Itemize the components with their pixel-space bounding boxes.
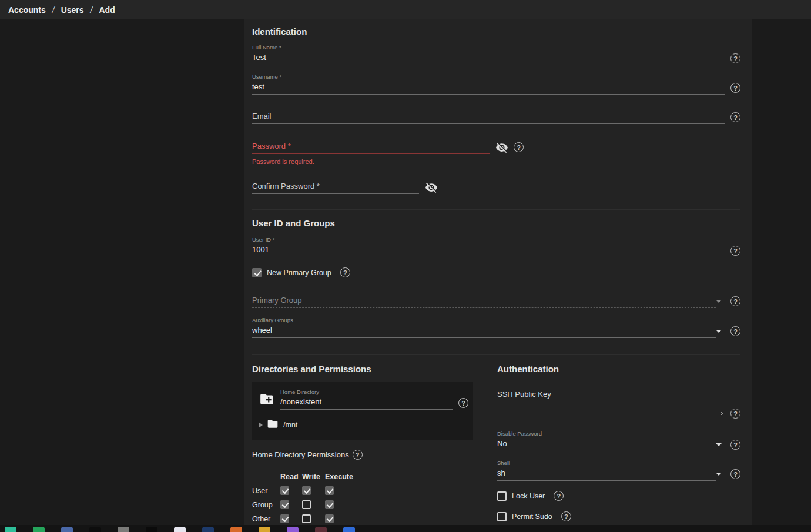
textarea-resize-handle-icon[interactable]	[718, 407, 724, 418]
lock-user-label: Lock User	[512, 492, 545, 500]
user-write-checkbox[interactable]	[302, 486, 311, 495]
new-primary-group-row: New Primary Group	[252, 267, 740, 277]
lock-user-checkbox[interactable]	[497, 491, 507, 501]
group-write-checkbox[interactable]	[302, 500, 311, 509]
full-name-input[interactable]: Test	[252, 51, 725, 65]
section-title-user-id-groups: User ID and Groups	[252, 218, 740, 228]
disable-password-row: Disable Password No	[497, 430, 740, 451]
breadcrumb-accounts[interactable]: Accounts	[8, 5, 46, 15]
tree-node-mnt[interactable]: /mnt	[259, 418, 473, 432]
lock-user-help-icon[interactable]	[554, 491, 564, 501]
group-execute-checkbox[interactable]	[325, 500, 334, 509]
dock-app-maroon-icon[interactable]	[315, 527, 327, 532]
home-directory-help-icon[interactable]	[458, 398, 468, 408]
password-help-icon[interactable]	[514, 142, 524, 152]
section-title-authentication: Authentication	[497, 364, 740, 374]
home-directory-input[interactable]: /nonexistent	[280, 396, 453, 410]
dock-app-amber-icon[interactable]	[259, 527, 270, 532]
username-label: Username *	[252, 73, 725, 81]
new-primary-group-checkbox[interactable]	[252, 268, 262, 277]
permissions-row-other-label: Other	[252, 515, 280, 523]
user-execute-checkbox[interactable]	[325, 486, 334, 495]
shell-select[interactable]: sh	[497, 467, 716, 481]
user-id-help-icon[interactable]	[730, 246, 740, 256]
confirm-password-row: Confirm Password *	[252, 180, 740, 194]
dock-app-white-icon[interactable]	[174, 527, 186, 532]
group-read-checkbox[interactable]	[280, 500, 289, 509]
disable-password-dropdown-arrow[interactable]	[716, 443, 722, 446]
auxiliary-groups-label: Auxiliary Groups	[252, 317, 716, 324]
shell-dropdown-arrow[interactable]	[716, 473, 722, 476]
section-title-identification: Identification	[252, 26, 740, 36]
dock-app-green-icon[interactable]	[33, 527, 45, 532]
primary-group-select: Primary Group	[252, 294, 716, 308]
disable-password-label: Disable Password	[497, 430, 716, 437]
permit-sudo-checkbox[interactable]	[497, 512, 507, 521]
create-new-folder-icon[interactable]	[259, 392, 274, 409]
home-directory-explorer: Home Directory /nonexistent /mnt	[252, 382, 473, 440]
email-input[interactable]: Email	[252, 110, 725, 124]
breadcrumb-separator: /	[91, 5, 93, 15]
confirm-password-visibility-off-icon[interactable]	[425, 181, 438, 194]
new-primary-group-help-icon[interactable]	[340, 267, 350, 277]
tree-node-label: /mnt	[283, 421, 297, 429]
dock-app-black1-icon[interactable]	[89, 527, 101, 532]
breadcrumb: Accounts / Users / Add	[0, 0, 811, 19]
ssh-public-key-row	[497, 400, 740, 420]
email-row: Email	[252, 110, 740, 124]
ssh-public-key-help-icon[interactable]	[730, 409, 740, 419]
permissions-help-icon[interactable]	[353, 450, 363, 460]
user-id-row: User ID * 1001	[252, 236, 740, 257]
other-execute-checkbox[interactable]	[325, 514, 334, 523]
shell-row: Shell sh	[497, 460, 740, 481]
dock-app-teal-icon[interactable]	[5, 527, 16, 532]
ssh-public-key-textarea[interactable]	[497, 400, 725, 420]
user-id-input[interactable]: 1001	[252, 243, 725, 257]
permissions-column-read: Read	[280, 473, 302, 481]
primary-group-help-icon[interactable]	[730, 296, 740, 306]
dock-app-purple-icon[interactable]	[287, 527, 299, 532]
disable-password-select[interactable]: No	[497, 437, 716, 451]
dock-app-grey-icon[interactable]	[118, 527, 129, 532]
password-input[interactable]: Password *	[252, 140, 490, 154]
dock-app-blue-icon[interactable]	[61, 527, 73, 532]
username-input[interactable]: test	[252, 81, 725, 95]
dock-app-azure-icon[interactable]	[343, 527, 355, 532]
confirm-password-input[interactable]: Confirm Password *	[252, 180, 419, 194]
auxiliary-groups-select[interactable]: wheel	[252, 324, 716, 338]
folder-icon	[267, 418, 279, 432]
dock-app-orange-icon[interactable]	[230, 527, 242, 532]
section-divider	[252, 209, 740, 210]
permit-sudo-help-icon[interactable]	[561, 511, 571, 521]
breadcrumb-separator: /	[52, 5, 55, 15]
other-write-checkbox[interactable]	[302, 514, 311, 523]
breadcrumb-add[interactable]: Add	[99, 5, 115, 15]
dock	[0, 525, 811, 532]
password-visibility-off-icon[interactable]	[495, 141, 508, 154]
permit-sudo-row: Permit Sudo	[497, 511, 740, 521]
section-title-directories: Directories and Permissions	[252, 364, 473, 374]
full-name-label: Full Name *	[252, 44, 725, 51]
dock-app-navy-icon[interactable]	[202, 527, 214, 532]
tree-expand-arrow-icon[interactable]	[259, 422, 263, 428]
dock-app-black2-icon[interactable]	[146, 527, 157, 532]
home-directory-label: Home Directory	[280, 389, 453, 396]
shell-help-icon[interactable]	[730, 469, 740, 479]
breadcrumb-users[interactable]: Users	[61, 5, 84, 15]
new-primary-group-label: New Primary Group	[267, 269, 331, 277]
permissions-table: Read Write Execute User Group Other	[252, 473, 473, 523]
permissions-column-write: Write	[302, 473, 325, 481]
username-help-icon[interactable]	[730, 83, 740, 93]
other-read-checkbox[interactable]	[280, 514, 289, 523]
password-error-message: Password is required.	[252, 158, 740, 165]
user-id-label: User ID *	[252, 236, 725, 243]
auxiliary-groups-dropdown-arrow[interactable]	[716, 330, 722, 333]
disable-password-help-icon[interactable]	[730, 440, 740, 450]
email-help-icon[interactable]	[730, 112, 740, 122]
primary-group-row: Primary Group	[252, 294, 740, 308]
home-directory-permissions-header: Home Directory Permissions	[252, 450, 473, 460]
user-read-checkbox[interactable]	[280, 486, 289, 495]
auxiliary-groups-help-icon[interactable]	[730, 326, 740, 336]
full-name-help-icon[interactable]	[730, 53, 740, 63]
permit-sudo-label: Permit Sudo	[512, 513, 552, 521]
